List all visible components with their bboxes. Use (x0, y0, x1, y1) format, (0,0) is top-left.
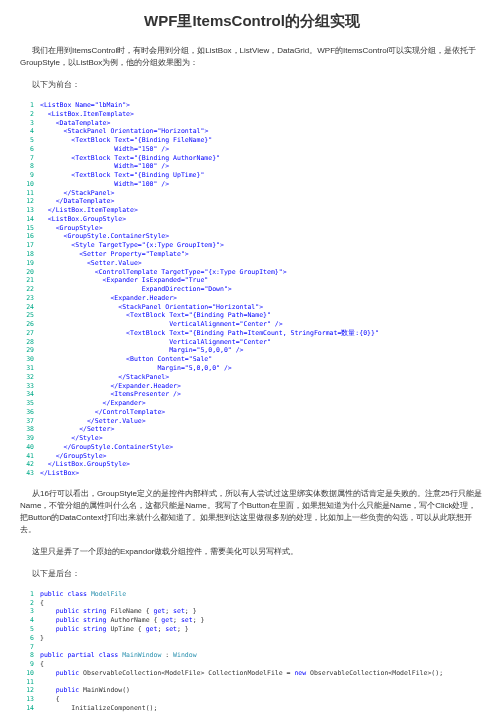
mid-paragraph-1: 从16行可以看出，GroupStyle定义的是控件内部样式，所以有人尝试过这里绑… (20, 488, 484, 536)
intro-paragraph: 我们在用到ItemsControl时，有时会用到分组，如ListBox，List… (20, 45, 484, 69)
csharp-code-block: 1public class ModelFile 2{ 3 public stri… (20, 590, 484, 713)
back-code-label: 以下是后台： (20, 568, 484, 580)
xaml-code-block: 1<ListBox Name="lbMain"> 2 <ListBox.Item… (20, 101, 484, 478)
front-code-label: 以下为前台： (20, 79, 484, 91)
mid-paragraph-2: 这里只是弄了一个原始的Expandor做载分组控件，需要美化可以另写样式。 (20, 546, 484, 558)
page-title: WPF里ItemsControl的分组实现 (20, 12, 484, 31)
